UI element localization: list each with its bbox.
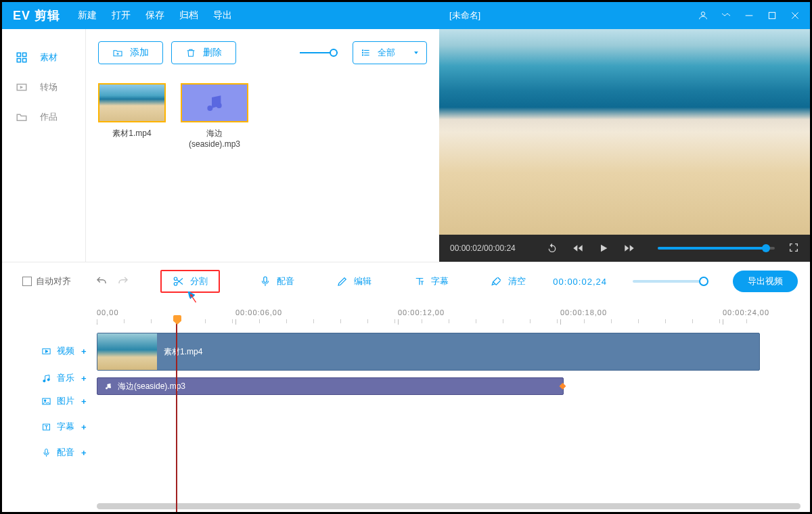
menu-new[interactable]: 新建: [78, 9, 97, 22]
dub-button[interactable]: 配音: [251, 271, 302, 291]
svg-marker-34: [45, 350, 48, 352]
sidebar-works-label: 作品: [40, 111, 58, 123]
user-icon[interactable]: [698, 10, 708, 21]
menu-save[interactable]: 保存: [145, 9, 164, 22]
fullscreen-icon: [788, 242, 799, 253]
clear-label: 清空: [508, 275, 526, 287]
music-note-icon: [204, 92, 225, 114]
svg-marker-25: [625, 245, 629, 251]
svg-rect-8: [23, 59, 26, 62]
timeline-tracks[interactable]: 00,00 00:00:06,00 00:00:12,00 00:00:18,0…: [97, 300, 810, 512]
music-note-icon: [104, 382, 112, 390]
svg-marker-19: [414, 51, 418, 54]
preview-canvas: [439, 29, 810, 235]
track-label-audio: 音乐 +: [2, 368, 97, 388]
playhead[interactable]: [176, 322, 177, 512]
asset-name: 素材1.mp4: [98, 128, 166, 139]
add-asset-button[interactable]: 添加: [98, 41, 163, 64]
menu-export[interactable]: 导出: [213, 9, 232, 22]
asset-thumbnail: [98, 83, 166, 122]
audio-clip[interactable]: 海边(seaside).mp3: [97, 377, 564, 395]
replay-icon[interactable]: [547, 243, 558, 254]
timeline-toolbar: 自动对齐 分割 配音 编辑 字幕 清空 00:00:02,24 导出: [2, 262, 810, 300]
svg-point-21: [217, 103, 222, 108]
rewind-icon[interactable]: [572, 243, 583, 254]
svg-point-41: [106, 388, 108, 390]
checkbox-icon: [22, 277, 32, 286]
grid-icon: [16, 51, 28, 64]
thumbnail-zoom-slider[interactable]: [300, 52, 338, 53]
add-dub-track[interactable]: +: [81, 448, 87, 458]
close-icon[interactable]: [790, 10, 800, 21]
document-title: [未命名]: [232, 9, 698, 22]
sidebar-transition-label: 转场: [40, 81, 58, 93]
preview-panel: 00:00:02/00:00:24: [439, 29, 810, 262]
svg-rect-5: [17, 53, 20, 56]
svg-point-16: [362, 50, 363, 51]
svg-marker-10: [20, 86, 24, 89]
video-clip[interactable]: 素材1.mp4: [97, 333, 760, 371]
add-video-track[interactable]: +: [81, 346, 87, 356]
svg-point-20: [207, 106, 212, 111]
timeline-zoom-slider[interactable]: [633, 280, 707, 283]
export-video-button[interactable]: 导出视频: [733, 271, 798, 292]
menu-open[interactable]: 打开: [112, 9, 131, 22]
redo-icon[interactable]: [117, 275, 129, 287]
fullscreen-button[interactable]: [788, 242, 799, 255]
edit-button[interactable]: 编辑: [328, 271, 380, 291]
add-image-track[interactable]: +: [81, 396, 87, 406]
pencil-icon: [336, 275, 348, 287]
track-label-image: 图片 +: [2, 388, 97, 414]
timeline-scrollbar[interactable]: [97, 503, 800, 509]
svg-point-0: [701, 12, 704, 16]
sidebar-assets-label: 素材: [40, 51, 58, 64]
undo-icon[interactable]: [95, 275, 108, 287]
asset-name: 海边(seaside).mp3: [181, 128, 248, 149]
delete-asset-button[interactable]: 删除: [171, 41, 236, 64]
app-logo: EV 剪辑: [13, 7, 60, 24]
scissors-icon: [173, 275, 185, 287]
main-menu: 新建 打开 保存 归档 导出: [78, 9, 232, 22]
add-subtitle-track[interactable]: +: [81, 422, 87, 432]
timeline-panel: 视频 + 音乐 + 图片 + 字幕 + 配音 +: [2, 300, 810, 512]
edit-label: 编辑: [354, 275, 371, 287]
asset-item-video[interactable]: 素材1.mp4: [98, 83, 166, 149]
timeline-timecode: 00:00:02,24: [553, 277, 607, 287]
play-icon[interactable]: [598, 243, 609, 254]
svg-point-38: [44, 400, 46, 402]
preview-progress-slider[interactable]: [658, 247, 775, 250]
auto-align-checkbox[interactable]: 自动对齐: [22, 275, 71, 287]
timeline-ruler[interactable]: 00,00 00:00:06,00 00:00:12,00 00:00:18,0…: [97, 300, 810, 322]
asset-filter-dropdown[interactable]: 全部: [353, 41, 427, 64]
ruler-tick: 00:00:18,00: [560, 308, 607, 317]
svg-marker-26: [629, 245, 633, 251]
svg-point-17: [362, 52, 363, 53]
theme-icon[interactable]: [721, 10, 731, 21]
sidebar: 素材 转场 作品: [2, 29, 86, 262]
text-icon: [413, 275, 426, 287]
subtitle-button[interactable]: 字幕: [405, 271, 457, 291]
sidebar-item-works[interactable]: 作品: [2, 102, 85, 132]
asset-item-audio[interactable]: 海边(seaside).mp3: [181, 83, 248, 149]
split-button[interactable]: 分割: [160, 270, 220, 293]
menu-archive[interactable]: 归档: [179, 9, 198, 22]
svg-rect-7: [17, 59, 20, 62]
subtitle-track-icon: [41, 422, 51, 432]
minimize-icon[interactable]: [744, 10, 754, 21]
split-label: 分割: [190, 275, 208, 287]
trash-icon: [185, 47, 196, 58]
sidebar-item-transition[interactable]: 转场: [2, 72, 85, 102]
dub-track-icon: [41, 448, 51, 458]
track-label-subtitle: 字幕 +: [2, 414, 97, 440]
list-icon: [361, 48, 371, 57]
asset-panel: 添加 删除 全部 素材1.mp4: [86, 29, 439, 262]
clear-button[interactable]: 清空: [482, 271, 534, 291]
video-track-icon: [41, 346, 51, 356]
sidebar-item-assets[interactable]: 素材: [2, 43, 85, 72]
add-audio-track[interactable]: +: [81, 373, 87, 383]
maximize-icon[interactable]: [767, 10, 777, 21]
track-label-video: 视频 +: [2, 334, 97, 368]
forward-icon[interactable]: [624, 243, 635, 254]
svg-point-36: [47, 378, 49, 380]
add-folder-icon: [112, 47, 123, 58]
